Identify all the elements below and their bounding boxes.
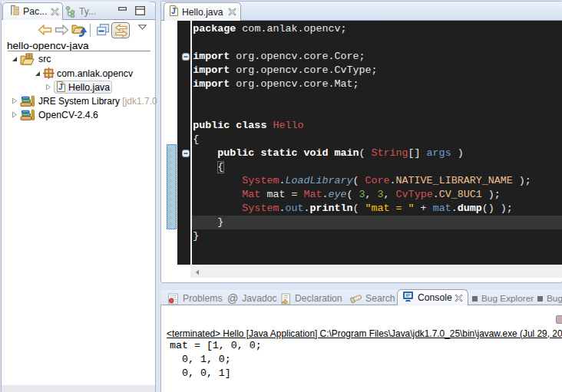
svg-text:J: J [58,83,63,91]
svg-text:J: J [171,7,176,15]
